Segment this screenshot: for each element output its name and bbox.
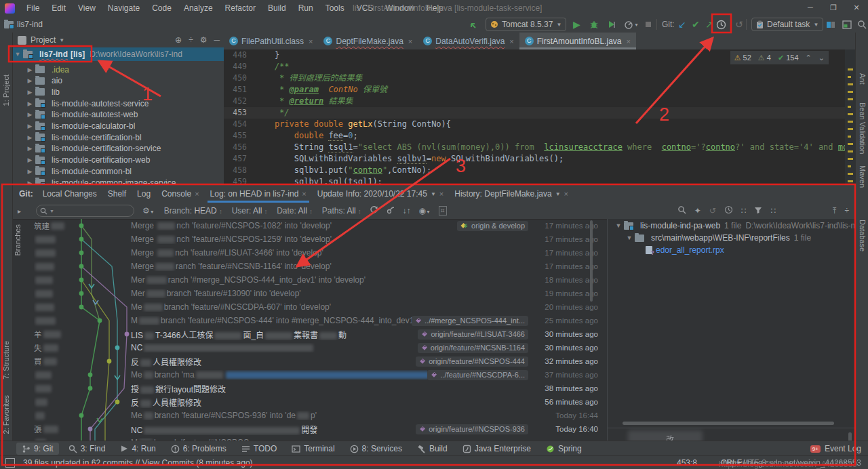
git-tab-console[interactable]: Console× [156, 185, 204, 203]
changed-root-row[interactable]: ▼ lis-module-ind-pa-web 1 file D:\work\I… [613, 220, 856, 231]
filter-branch[interactable]: Branch: HEAD ↕ [164, 206, 222, 216]
tool-button-terminal[interactable]: Terminal [286, 443, 340, 455]
chevron-down-icon[interactable]: ▼ [59, 37, 64, 43]
collapse-all-icon[interactable]: ÷ [189, 35, 193, 45]
tool-button-8-services[interactable]: 8: Services [344, 443, 408, 455]
commit-row[interactable]: NC開發origin/feature/#NCSPOS-936Today 16:4… [131, 422, 601, 436]
tree-item-.idea[interactable]: ▶.idea [12, 64, 224, 75]
chevron-down-icon[interactable]: ▼ [431, 191, 436, 197]
tool-button-java-enterprise[interactable]: Java Enterprise [457, 443, 536, 455]
toolwindow-toggle-icon[interactable] [5, 458, 15, 468]
commit-row[interactable]: NCorigin/feature/#NCSNB-116430 minutes a… [131, 341, 601, 354]
locate-file-icon[interactable]: ⊕ [175, 35, 182, 45]
intellisort-icon[interactable]: ↓↑ [403, 206, 411, 216]
commit-row[interactable]: Merge nch 'feature/#NCSPOS-1259' into 'd… [131, 232, 601, 246]
editor-tab-DataAutoVerifi.java[interactable]: CDataAutoVerifi.java× [418, 33, 519, 49]
tool-button-build[interactable]: Build [412, 443, 453, 455]
tool-button-3-find[interactable]: 3: Find [63, 443, 111, 455]
filter-settings-icon[interactable]: ⚙▼ [142, 206, 155, 216]
menu-run[interactable]: Run [298, 3, 313, 13]
filter-paths[interactable]: Paths: All ↕ [322, 206, 361, 216]
close-button[interactable]: ✕ [845, 0, 868, 16]
commit-row[interactable]: Mebranch 'feature/#NCSCDPA-607' into 'de… [131, 300, 601, 314]
tool-button-database[interactable]: Database [859, 220, 867, 251]
branch-ref-chip[interactable]: ../#merge_NCSPOS-444_int... [412, 316, 528, 326]
clock-small-icon[interactable] [724, 205, 733, 216]
close-icon[interactable]: × [509, 37, 513, 45]
tree-item-aio[interactable]: ▶aio [12, 75, 224, 87]
status-message[interactable]: 39 files updated in 62 commits // View C… [23, 458, 253, 468]
show-history-clock-icon[interactable] [716, 16, 726, 33]
commit-row[interactable]: Mebranch 'feature/#NCSPOS-936' into 'dep… [131, 409, 601, 422]
stop-button[interactable] [644, 16, 652, 33]
coverage-button[interactable] [607, 16, 616, 33]
cherry-pick-icon[interactable] [387, 205, 395, 216]
commit-row[interactable]: 反人員權限修改56 minutes ago [131, 395, 601, 409]
run-config-selector[interactable]: Tomcat 8.5.37 ▼ [486, 18, 566, 31]
commit-row[interactable]: Mbranch 'feature/#NCSPOS-444' into #merg… [131, 314, 601, 327]
collapse-all-icon-2[interactable]: ÷ [844, 206, 849, 216]
git-tab-log-on-head-in-lis7-ind[interactable]: Log: on HEAD in lis7-ind× [205, 185, 312, 203]
branches-panel-label[interactable]: Branches [14, 224, 22, 256]
tree-item-lis-module-calculator-bl[interactable]: ▶lis-module-calculator-bl [12, 121, 224, 132]
git-tab-log[interactable]: Log [132, 185, 156, 203]
project-breadcrumb[interactable]: lis7-ind [4, 16, 43, 33]
tree-item-lis-module-autotest-web[interactable]: ▶lis-module-autotest-web [12, 109, 224, 121]
branch-ref-chip[interactable]: origin/feature/#LISUAT-3466 [418, 329, 528, 340]
changed-file-row[interactable]: edor_all_report.rpx [646, 245, 856, 256]
group-by-icon[interactable]: ∷ [741, 206, 747, 216]
profiler-button[interactable]: ▼ [624, 16, 639, 33]
layout-grid-icon[interactable]: ∷ [770, 206, 776, 216]
git-tab-update-info-2020-10-22-17-45[interactable]: Update Info: 2020/10/22 17:45▼× [312, 185, 450, 203]
tool-button-spring[interactable]: Spring [540, 443, 587, 455]
menu-code[interactable]: Code [152, 3, 172, 13]
maximize-button[interactable]: ❐ [822, 0, 845, 16]
task-selector[interactable]: Default task ▼ [751, 18, 823, 31]
minimize-button[interactable]: ─ [799, 0, 822, 16]
branch-ref-chip[interactable]: origin/feature/#NCSPOS-444 [416, 356, 528, 367]
settings-icon[interactable]: ⚙ [200, 35, 208, 45]
tree-item-lis-module-common-bl[interactable]: ▶lis-module-common-bl [12, 165, 224, 177]
commit-row[interactable]: Merge nch 'feature/#NCSPOS-1082' into 'd… [131, 219, 601, 232]
commit-row[interactable]: Mergeranch 'feature/#NCSNB-1164' into 'd… [131, 260, 601, 273]
close-icon[interactable]: × [564, 190, 568, 198]
undo-icon[interactable]: ↺ [709, 206, 716, 216]
filter-user[interactable]: User: All ↕ [232, 206, 268, 216]
tool-button-6-problems[interactable]: 6: Problems [165, 443, 232, 455]
hscrollbar[interactable] [623, 422, 834, 425]
git-tab-local-changes[interactable]: Local Changes [37, 185, 102, 203]
menu-refactor[interactable]: Refactor [225, 3, 256, 13]
menu-edit[interactable]: Edit [52, 3, 66, 13]
branch-ref-chip[interactable]: origin/feature/#NCSPOS-936 [416, 424, 528, 434]
filter-funnel-icon[interactable] [754, 206, 762, 216]
close-icon[interactable]: × [309, 37, 313, 45]
caret-position[interactable]: 453:8 [677, 458, 697, 468]
tool-button-bean-validation[interactable]: Bean Validation [859, 102, 867, 154]
close-icon[interactable]: × [627, 37, 631, 45]
editor-tab-FilePathUtil.class[interactable]: CFilePathUtil.class× [224, 33, 318, 49]
branch-ref-chip[interactable]: origin & develop [457, 221, 528, 231]
close-icon[interactable]: × [195, 190, 199, 198]
commit-row[interactable]: Merbranch 'feature/#13090' into 'develop… [131, 287, 601, 300]
code-view[interactable]: 448 }449 /**450 * 得到處理后的結果集451 * @param … [224, 49, 845, 185]
close-icon[interactable]: × [408, 37, 412, 45]
menu-file[interactable]: File [26, 3, 39, 13]
commit-row[interactable]: Merge nch 'feature/#LISUAT-3466' into 'd… [131, 246, 601, 260]
go-to-hash-icon[interactable]: ⌗ [439, 206, 447, 216]
tool-button-ant[interactable]: Ant [859, 73, 867, 85]
changed-files-icon[interactable] [826, 16, 835, 33]
git-tab-history-deptfilemake-java[interactable]: History: DeptFileMake.java▼× [449, 185, 574, 203]
commit-icon[interactable]: ✔ [692, 16, 700, 33]
commit-row[interactable]: LIST-3466人工核保面_自業報書動origin/feature/#LISU… [131, 327, 601, 341]
event-log-button[interactable]: 9+ Event Log [810, 444, 861, 453]
editor-tab-FirstAmountInfoBL.java[interactable]: CFirstAmountInfoBL.java× [519, 33, 636, 49]
tool-button-maven[interactable]: Maven [859, 165, 867, 188]
tree-item-lis-module-certification-web[interactable]: ▶lis-module-certification-web [12, 155, 224, 166]
refresh-icon[interactable] [370, 205, 378, 216]
changed-dir-row[interactable]: ▼ src\main\webapp\WEB-INF\reportFiles 1 … [624, 232, 856, 243]
filter-date[interactable]: Date: All ↕ [277, 206, 313, 216]
menu-build[interactable]: Build [268, 3, 286, 13]
hide-panel-icon[interactable]: ─ [214, 35, 220, 45]
tree-item-lis-module-autotest-service[interactable]: ▶lis-module-autotest-service [12, 98, 224, 109]
run-button[interactable]: ▶ [573, 16, 580, 33]
